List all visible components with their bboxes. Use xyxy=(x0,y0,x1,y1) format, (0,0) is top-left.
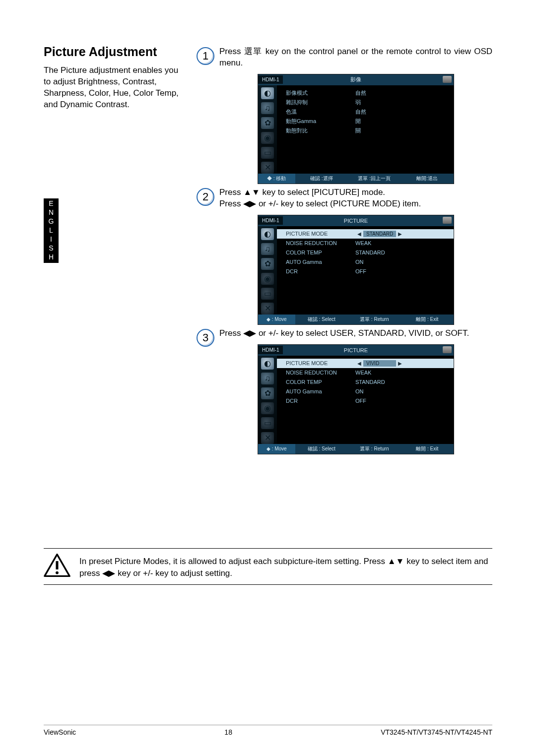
osd-source: HDMI-1 xyxy=(258,216,283,225)
osd-sidebar: ◐ ♫ ✿ ◉ ▭ ✕ xyxy=(258,356,277,444)
footer-brand: ViewSonic xyxy=(44,728,76,736)
osd-title: PICTURE xyxy=(344,218,368,224)
svg-point-2 xyxy=(56,571,59,574)
osd-title: 影像 xyxy=(350,76,361,83)
language-tab: ENGLISH xyxy=(44,198,59,263)
audio-icon: ♫ xyxy=(261,102,274,114)
osd-screenshot-1: HDMI-1 影像 ◐ ♫ ✿ ◉ ▭ ✕ xyxy=(258,74,454,184)
step-3-text: Press ◀▶ or +/- key to select USER, STAN… xyxy=(219,328,492,339)
display-icon: ▭ xyxy=(261,288,274,300)
audio-icon: ♫ xyxy=(261,373,274,384)
footer-divider xyxy=(44,725,492,725)
osd-screenshot-2: HDMI-1 PICTURE ◐ ♫ ✿ ◉ ▭ ✕ xyxy=(258,215,454,325)
osd-source: HDMI-1 xyxy=(258,346,283,354)
warning-icon xyxy=(44,554,70,579)
step-1: 1 Press 選單 key on the control panel or t… xyxy=(197,46,492,187)
picture-icon: ◐ xyxy=(261,87,274,99)
aspect-icon xyxy=(443,76,452,83)
tools-icon: ✕ xyxy=(261,303,274,315)
picture-icon: ◐ xyxy=(261,228,274,240)
osd-sidebar: ◐ ♫ ✿ ◉ ▭ ✕ xyxy=(258,85,277,174)
tools-icon: ✕ xyxy=(261,432,274,444)
osd-screenshot-3: HDMI-1 PICTURE ◐ ♫ ✿ ◉ ▭ ✕ xyxy=(258,344,454,454)
step-3: 3 Press ◀▶ or +/- key to select USER, ST… xyxy=(197,328,492,457)
picture-icon: ◐ xyxy=(261,358,274,370)
step-2: 2 Press ▲▼ key to select [PICUTURE] mode… xyxy=(197,187,492,328)
arrow-right-icon: ▶ xyxy=(396,361,404,366)
arrow-left-icon: ◀ xyxy=(355,361,363,366)
svg-rect-1 xyxy=(56,561,58,569)
step-1-text: Press 選單 key on the control panel or the… xyxy=(219,46,492,69)
aspect-icon xyxy=(443,346,452,353)
osd-sidebar: ◐ ♫ ✿ ◉ ▭ ✕ xyxy=(258,226,277,315)
page-footer: ViewSonic 18 VT3245-NT/VT3745-NT/VT4245-… xyxy=(44,728,492,736)
step-2-text-1: Press ▲▼ key to select [PICUTURE] mode. xyxy=(219,187,492,198)
osd-row-highlight: PICTURE MODE ◀ VIVID ▶ xyxy=(277,359,454,368)
audio-icon: ♫ xyxy=(261,243,274,255)
language-tab-text: ENGLISH xyxy=(47,199,55,262)
display-icon: ▭ xyxy=(261,417,274,429)
warning-text: In preset Picture Modes, it is allowed t… xyxy=(79,554,492,579)
section-intro: The Picture adjustment enables you to ad… xyxy=(44,65,188,111)
footer-model: VT3245-NT/VT3745-NT/VT4245-NT xyxy=(381,728,492,736)
setup-icon: ◉ xyxy=(261,273,274,285)
aspect-icon xyxy=(443,217,452,224)
display-icon: ▭ xyxy=(261,147,274,159)
osd-source: HDMI-1 xyxy=(258,75,283,84)
palette-icon: ✿ xyxy=(261,117,274,129)
footer-page-number: 18 xyxy=(224,728,232,736)
setup-icon: ◉ xyxy=(261,132,274,144)
step-number: 1 xyxy=(197,47,214,65)
palette-icon: ✿ xyxy=(261,258,274,270)
setup-icon: ◉ xyxy=(261,402,274,414)
palette-icon: ✿ xyxy=(261,387,274,399)
osd-row-highlight: PICTURE MODE ◀ STANDARD ▶ xyxy=(277,229,454,239)
step-2-text-2: Press ◀▶ or +/- key to select (PICTURE M… xyxy=(219,198,492,210)
warning-box: In preset Picture Modes, it is allowed t… xyxy=(44,548,492,585)
tools-icon: ✕ xyxy=(261,162,274,174)
osd-title: PICTURE xyxy=(344,347,368,353)
arrow-right-icon: ▶ xyxy=(396,231,404,237)
arrow-left-icon: ◀ xyxy=(355,231,363,237)
step-number: 2 xyxy=(197,188,214,206)
step-number: 3 xyxy=(197,329,214,347)
